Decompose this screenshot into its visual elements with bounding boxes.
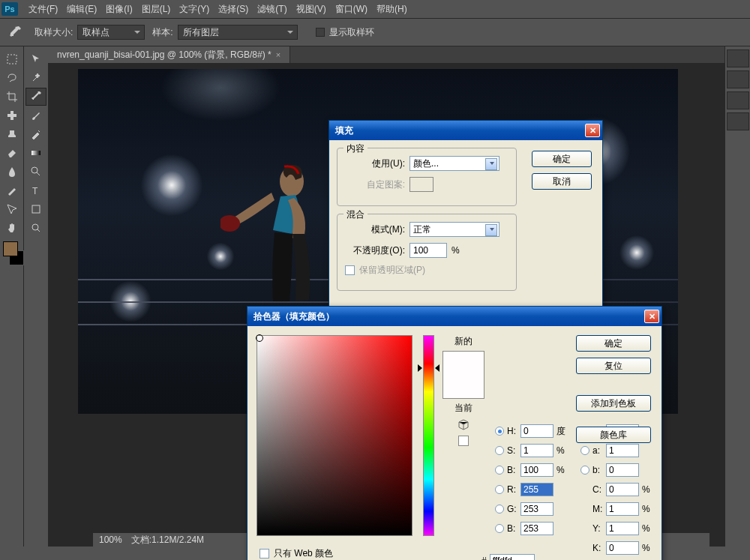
g-radio[interactable]	[495, 505, 504, 514]
menu-view[interactable]: 视图(V)	[292, 1, 331, 18]
history-brush-tool[interactable]	[26, 125, 46, 143]
close-icon[interactable]: ×	[276, 50, 280, 59]
menu-type[interactable]: 文字(Y)	[175, 1, 214, 18]
panel-icon[interactable]	[727, 70, 749, 88]
blur-tool[interactable]	[2, 163, 22, 181]
k-input[interactable]: 0	[606, 541, 639, 555]
a-radio[interactable]	[580, 446, 590, 455]
move-tool[interactable]	[26, 50, 46, 68]
color-swatches[interactable]	[3, 241, 24, 265]
picker-titlebar[interactable]: 拾色器（填充颜色） ✕	[248, 307, 662, 326]
toolbox-right-col: T	[24, 46, 48, 547]
saturation-value-box[interactable]	[256, 335, 412, 536]
r-radio[interactable]	[495, 485, 504, 494]
close-icon[interactable]: ✕	[644, 310, 659, 323]
bb-input[interactable]: 253	[520, 522, 554, 535]
c-input[interactable]: 0	[606, 483, 639, 496]
menu-edit[interactable]: 编辑(E)	[62, 1, 101, 18]
app-logo: Ps	[2, 2, 18, 16]
doc-size: 文档:1.12M/2.24M	[131, 534, 204, 547]
bv-input[interactable]: 100	[520, 463, 554, 477]
opacity-input[interactable]: 100	[410, 243, 447, 258]
menu-select[interactable]: 选择(S)	[214, 1, 253, 18]
warning-swatch[interactable]	[458, 436, 469, 446]
right-panel-dock	[724, 46, 750, 547]
menu-window[interactable]: 窗口(W)	[331, 1, 372, 18]
sample-select[interactable]: 所有图层	[178, 25, 298, 40]
eyedropper-icon	[6, 23, 24, 41]
shape-tool[interactable]	[26, 200, 46, 218]
use-label: 使用(U):	[345, 157, 405, 170]
hex-input[interactable]: fffdfd	[490, 554, 535, 560]
pen-tool[interactable]	[2, 181, 22, 199]
document-tab[interactable]: nvren_quanji_bisai-001.jpg @ 100% (背景, R…	[48, 46, 290, 63]
content-legend: 内容	[344, 142, 368, 155]
s-radio[interactable]	[495, 446, 504, 455]
menu-image[interactable]: 图像(I)	[101, 1, 136, 18]
new-label: 新的	[454, 335, 472, 348]
svg-point-7	[32, 224, 38, 230]
gradient-tool[interactable]	[26, 144, 46, 162]
y-input[interactable]: 1	[606, 522, 639, 535]
magic-wand-tool[interactable]	[26, 69, 46, 87]
close-icon[interactable]: ✕	[585, 124, 600, 137]
sample-label: 样本:	[152, 26, 172, 39]
show-ring-checkbox[interactable]	[316, 28, 325, 37]
svg-rect-3	[32, 151, 40, 155]
use-combo[interactable]: 颜色...	[410, 156, 500, 171]
bv-radio[interactable]	[495, 466, 504, 475]
s-input[interactable]: 1	[520, 444, 554, 457]
b-input[interactable]: 0	[606, 463, 639, 477]
mode-combo[interactable]: 正常	[410, 222, 500, 237]
panel-icon[interactable]	[727, 91, 749, 109]
mode-label: 模式(M):	[345, 223, 405, 236]
ok-button[interactable]: 确定	[532, 151, 592, 167]
web-only-checkbox[interactable]	[260, 549, 269, 559]
color-preview	[442, 351, 484, 399]
crop-tool[interactable]	[2, 88, 22, 106]
show-ring-label: 显示取样环	[329, 26, 374, 39]
spot-heal-tool[interactable]	[2, 106, 22, 124]
h-input[interactable]: 0	[520, 424, 554, 438]
r-input[interactable]: 255	[520, 483, 554, 496]
zoom-tool[interactable]	[26, 219, 46, 237]
libraries-button[interactable]: 颜色库	[576, 427, 651, 443]
a-input[interactable]: 1	[606, 444, 639, 457]
m-input[interactable]: 1	[606, 502, 639, 516]
lasso-tool[interactable]	[2, 69, 22, 87]
add-swatch-button[interactable]: 添加到色板	[576, 395, 651, 412]
menu-file[interactable]: 文件(F)	[24, 1, 62, 18]
eyedropper-tool[interactable]	[26, 88, 46, 106]
reset-button[interactable]: 复位	[576, 358, 651, 374]
web-only-label: 只有 Web 颜色	[274, 547, 333, 560]
eraser-tool[interactable]	[2, 144, 22, 162]
b-radio[interactable]	[580, 466, 590, 475]
pattern-swatch	[410, 177, 434, 192]
menu-filter[interactable]: 滤镜(T)	[253, 1, 291, 18]
panel-icon[interactable]	[727, 112, 749, 130]
marquee-tool[interactable]	[2, 50, 22, 68]
sample-size-select[interactable]: 取样点	[77, 25, 145, 40]
bb-radio[interactable]	[495, 524, 504, 533]
opacity-label: 不透明度(O):	[345, 244, 405, 257]
ok-button[interactable]: 确定	[576, 335, 651, 352]
hue-slider[interactable]	[423, 335, 434, 536]
cancel-button[interactable]: 取消	[532, 173, 592, 190]
zoom-level[interactable]: 100%	[99, 535, 122, 545]
h-radio[interactable]	[495, 427, 504, 436]
brush-tool[interactable]	[26, 106, 46, 124]
g-input[interactable]: 253	[520, 502, 554, 516]
menu-layer[interactable]: 图层(L)	[137, 1, 176, 18]
fill-titlebar[interactable]: 填充 ✕	[329, 121, 602, 140]
path-tool[interactable]	[2, 200, 22, 218]
stamp-tool[interactable]	[2, 125, 22, 143]
preserve-checkbox[interactable]	[345, 265, 355, 275]
type-tool[interactable]: T	[26, 181, 46, 199]
panel-icon[interactable]	[727, 49, 749, 67]
svg-rect-2	[10, 111, 14, 120]
dodge-tool[interactable]	[26, 163, 46, 181]
cube-icon[interactable]	[458, 419, 470, 431]
menu-help[interactable]: 帮助(H)	[372, 1, 412, 18]
svg-rect-0	[8, 55, 16, 64]
hand-tool[interactable]	[2, 219, 22, 237]
